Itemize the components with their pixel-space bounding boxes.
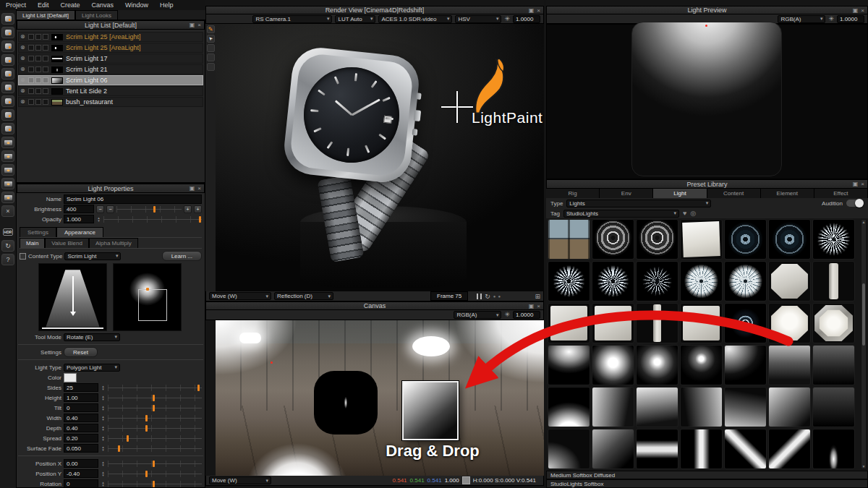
- preset-library-title-bar[interactable]: Preset Library ▣×: [546, 179, 868, 189]
- empty-tool-slot[interactable]: [207, 53, 215, 61]
- stepper[interactable]: ▴▾: [101, 405, 106, 411]
- tab-main[interactable]: Main: [20, 238, 45, 248]
- preset-thumb-strip-v-narrow[interactable]: [636, 303, 678, 343]
- preset-thumb-stripe-v[interactable]: [680, 429, 723, 469]
- preset-thumb-ring-dark[interactable]: [724, 219, 767, 260]
- light-falloff-preview[interactable]: [113, 263, 182, 331]
- power-toggle-icon[interactable]: ⊗: [20, 77, 27, 83]
- tool-scene-light-button[interactable]: [1, 192, 14, 203]
- light-list-row[interactable]: ⊗Scrim Light 06: [18, 75, 203, 85]
- light-preview-title-bar[interactable]: Light Preview ▣×: [546, 6, 868, 14]
- preset-thumb-square-soft[interactable]: [592, 303, 634, 343]
- tool-strip-light-button[interactable]: [1, 137, 14, 148]
- light-flag-checkbox[interactable]: [28, 99, 34, 105]
- preset-thumb-grad-top-bright[interactable]: [636, 387, 678, 427]
- canvas-move-dropdown[interactable]: Move (W): [209, 476, 271, 484]
- float-icon[interactable]: ▣: [853, 181, 859, 187]
- tool-hdr-reload-button[interactable]: ↻: [1, 240, 14, 252]
- pause-icon[interactable]: [477, 294, 482, 299]
- float-icon[interactable]: ▣: [190, 22, 195, 28]
- scrollbar-thumb[interactable]: [862, 283, 865, 346]
- slider-track[interactable]: [108, 385, 202, 391]
- brightness-decrement-fine-button[interactable]: −: [106, 205, 114, 213]
- slider-track[interactable]: [108, 471, 202, 477]
- preset-thumb-grad-right[interactable]: [680, 387, 723, 427]
- brightness-input[interactable]: 400: [64, 205, 94, 213]
- preset-thumb-ring-grey[interactable]: [636, 219, 678, 260]
- slider-value[interactable]: 0.40: [64, 414, 98, 422]
- stepper[interactable]: ▴▾: [101, 461, 106, 466]
- opacity-stepper[interactable]: ▴▾: [96, 216, 101, 222]
- canvas-exposure-input[interactable]: 1.0000: [513, 311, 540, 319]
- move-tool-dropdown[interactable]: Move (W): [209, 292, 271, 300]
- power-toggle-icon[interactable]: ⊗: [20, 34, 27, 40]
- reset-button[interactable]: Reset: [64, 347, 98, 357]
- brightness-decrement-button[interactable]: −: [96, 205, 104, 213]
- brightness-slider[interactable]: [116, 206, 182, 213]
- stepper[interactable]: ▴▾: [101, 395, 106, 401]
- light-flag-checkbox[interactable]: [35, 67, 41, 72]
- light-list-row[interactable]: ⊗Scrim Light 17: [18, 53, 203, 64]
- brightness-increment-button[interactable]: +: [184, 205, 192, 213]
- preset-thumb-arch-glow[interactable]: [548, 387, 590, 427]
- scroll-up-icon[interactable]: ▲: [861, 220, 866, 224]
- slider-track[interactable]: [108, 481, 202, 487]
- preset-tab-content[interactable]: Content: [707, 189, 761, 198]
- black-light-shape[interactable]: [314, 371, 378, 435]
- close-icon[interactable]: ×: [537, 7, 540, 14]
- slider-track[interactable]: [108, 405, 202, 411]
- slider-marker[interactable]: [153, 461, 155, 467]
- slider-marker[interactable]: [127, 435, 129, 442]
- stepper-down-icon[interactable]: ▾: [102, 428, 104, 431]
- empty-tool-slot[interactable]: [207, 63, 215, 71]
- tool-gobo-light-button[interactable]: [1, 150, 14, 162]
- preset-tab-light[interactable]: Light: [653, 189, 707, 198]
- slider-value[interactable]: 0.20: [64, 434, 98, 442]
- preset-thumb-grad-top[interactable]: [768, 345, 811, 385]
- preview-exposure-input[interactable]: 1.0000: [837, 15, 864, 23]
- float-icon[interactable]: ▣: [853, 7, 859, 14]
- stepper[interactable]: ▴▾: [101, 425, 106, 431]
- tab-light-looks[interactable]: Light Looks: [75, 10, 118, 20]
- preset-thumb-vglow-small[interactable]: [812, 429, 855, 469]
- tool-softbox-light-button[interactable]: [1, 178, 14, 189]
- menu-canvas[interactable]: Canvas: [92, 1, 114, 9]
- slider-marker[interactable]: [153, 481, 155, 487]
- content-type-dropdown[interactable]: Scrim Light: [64, 252, 121, 260]
- light-list-title-bar[interactable]: Light List [Default] ▣×: [17, 20, 205, 30]
- preset-thumb-square-soft[interactable]: [548, 303, 590, 343]
- render-view-title-bar[interactable]: Render View [Cinema4D|Redshift] ▣×: [205, 6, 544, 14]
- tab-appearance[interactable]: Appearance: [56, 227, 103, 237]
- slider-value[interactable]: 0: [64, 479, 98, 488]
- preset-thumb-grad-diag[interactable]: [592, 429, 634, 469]
- display-mode-dropdown[interactable]: HSV: [455, 15, 501, 23]
- preset-thumb-grad-top-dim[interactable]: [812, 345, 855, 385]
- canvas-viewport[interactable]: Drag & Drop: [216, 320, 544, 476]
- preset-thumb-corner-glow-bl[interactable]: [548, 429, 590, 469]
- lut-dropdown[interactable]: LUT Auto: [335, 15, 375, 23]
- slider-value[interactable]: 0.050: [64, 444, 98, 453]
- scroll-down-icon[interactable]: ▼: [861, 464, 866, 468]
- light-flag-checkbox[interactable]: [43, 67, 48, 72]
- slider-value[interactable]: -0.40: [64, 469, 98, 478]
- stepper[interactable]: ▴▾: [101, 481, 106, 487]
- preset-thumb-ring-dark-small[interactable]: [724, 303, 767, 343]
- close-icon[interactable]: ×: [197, 185, 201, 192]
- exposure-input[interactable]: 1.0000: [513, 15, 540, 23]
- light-handle-dot[interactable]: [146, 288, 149, 291]
- preset-thumb-glow-round[interactable]: [592, 345, 634, 385]
- menu-window[interactable]: Window: [125, 1, 148, 9]
- tab-value-blend[interactable]: Value Blend: [45, 238, 89, 248]
- gear-icon[interactable]: ✳: [504, 312, 510, 318]
- power-toggle-icon[interactable]: ⊗: [20, 67, 27, 72]
- stepper-down-icon[interactable]: ▾: [102, 438, 104, 441]
- float-icon[interactable]: ▣: [529, 303, 535, 309]
- light-flag-checkbox[interactable]: [43, 34, 48, 40]
- tab-alpha-multiply[interactable]: Alpha Multiply: [89, 238, 138, 248]
- tool-mode-dropdown[interactable]: Rotate (E): [64, 333, 120, 341]
- slider-track[interactable]: [108, 461, 202, 467]
- empty-tool-slot[interactable]: [207, 44, 215, 52]
- preset-thumb-fan[interactable]: [724, 261, 767, 301]
- render-viewport[interactable]: LightPaint: [216, 24, 544, 291]
- light-preview-viewport[interactable]: [546, 24, 868, 179]
